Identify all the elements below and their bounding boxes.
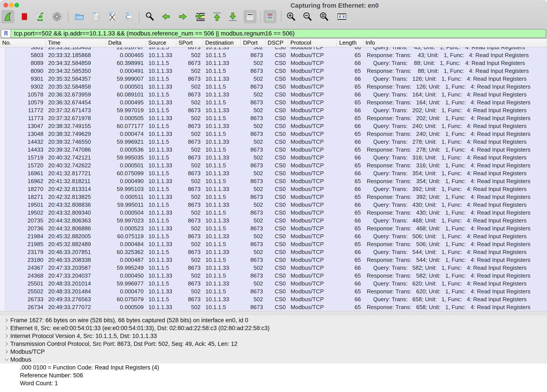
- packet-row[interactable]: 2550220:48:33.2014840.00047010.1.1.33502…: [0, 287, 547, 295]
- packet-row[interactable]: 2073520:44:32.80636359.99702310.1.1.5867…: [0, 217, 547, 225]
- column-header-no[interactable]: No.: [0, 39, 46, 47]
- packet-row[interactable]: 930220:35:32.5848580.00050110.1.1.335021…: [0, 83, 547, 91]
- detail-row[interactable]: Ethernet II, Src: ee:e0:00:54:01:33 (ee:…: [0, 324, 547, 332]
- packet-row[interactable]: 1177220:37:32.67147359.99701910.1.1.5867…: [0, 106, 547, 114]
- packet-cell-source: 10.1.1.5: [146, 232, 176, 240]
- detail-row[interactable]: Modbus: [0, 356, 547, 364]
- packet-row[interactable]: 1177320:37:32.6719780.00050510.1.1.33502…: [0, 114, 547, 122]
- chevron-right-icon[interactable]: [3, 326, 10, 330]
- packet-cell-info: Query: Trans: 658; Unit: 1, Func: 4: Rea…: [363, 295, 547, 303]
- column-header-dscp[interactable]: DSCP: [265, 39, 288, 47]
- reload-file-button[interactable]: 01110: [123, 10, 135, 23]
- chevron-right-icon[interactable]: [3, 350, 10, 354]
- packet-row[interactable]: 1571920:40:32.74212159.99503510.1.1.5867…: [0, 153, 547, 161]
- packet-row[interactable]: 2198420:45:32.88200560.07511910.1.1.5867…: [0, 232, 547, 240]
- column-header-delta[interactable]: Delta: [106, 39, 146, 47]
- packet-cell-dscp: CS0: [265, 287, 288, 295]
- packet-row[interactable]: 1950220:43:32.8093400.00050410.1.1.33502…: [0, 209, 547, 217]
- column-header-source[interactable]: Source: [146, 39, 176, 47]
- display-filter-field[interactable]: tcp.port==502 && ip.addr==10.1.1.33 && (…: [1, 29, 546, 38]
- zoom-out-button[interactable]: [301, 10, 314, 23]
- packet-row[interactable]: 580320:33:32.1858680.00046510.1.1.335021…: [0, 51, 547, 59]
- packet-row[interactable]: 809020:34:32.5853500.00049110.1.1.335021…: [0, 67, 547, 75]
- go-forward-button[interactable]: [177, 10, 189, 23]
- column-header-length[interactable]: Length: [337, 39, 363, 47]
- zoom-reset-button[interactable]: [317, 10, 330, 23]
- save-file-button[interactable]: 01010 01101 01110: [89, 10, 102, 23]
- zoom-in-button[interactable]: [284, 10, 297, 23]
- chevron-right-icon[interactable]: [3, 334, 10, 338]
- detail-row[interactable]: Reference Number: 506: [0, 372, 547, 379]
- packet-row[interactable]: 1572020:40:32.7426220.00050110.1.1.33502…: [0, 161, 547, 169]
- packet-row[interactable]: 1950120:43:32.80883659.99501110.1.1.5867…: [0, 201, 547, 209]
- packet-list[interactable]: 580120:33:32.18540322.01876710.1.1.58673…: [0, 47, 547, 311]
- column-header-info[interactable]: Info: [363, 39, 547, 47]
- packet-row[interactable]: 2198520:45:32.8824890.00048410.1.1.33502…: [0, 240, 547, 248]
- find-packet-button[interactable]: [144, 10, 156, 23]
- go-to-packet-button[interactable]: [194, 10, 206, 23]
- packet-row[interactable]: 1304820:38:32.7496290.00047410.1.1.33502…: [0, 130, 547, 138]
- toolbar-separator: [260, 11, 261, 22]
- packet-row[interactable]: 1443320:39:32.7470860.00053610.1.1.33502…: [0, 146, 547, 153]
- detail-row[interactable]: Frame 1627: 66 bytes on wire (528 bits),…: [0, 316, 547, 324]
- packet-row[interactable]: 2317920:46:33.20785160.32536210.1.1.5867…: [0, 248, 547, 256]
- colorize-button[interactable]: [264, 10, 276, 23]
- packet-row[interactable]: 1696120:41:32.81772160.07509910.1.1.5867…: [0, 169, 547, 177]
- packet-row[interactable]: 1057920:36:32.6744540.00049510.1.1.33502…: [0, 99, 547, 106]
- restart-capture-button[interactable]: [34, 10, 47, 23]
- pane-splitter[interactable]: [0, 311, 547, 315]
- open-file-button[interactable]: [73, 10, 86, 23]
- packet-cell-time: 20:44:32.806363: [46, 217, 106, 225]
- column-header-destination[interactable]: Destination: [203, 39, 241, 47]
- packet-cell-no: 19502: [0, 209, 46, 217]
- packet-row[interactable]: 1696220:41:32.8182110.00049010.1.1.33502…: [0, 177, 547, 185]
- detail-row-label: Frame 1627: 66 bytes on wire (528 bits),…: [10, 317, 248, 324]
- close-button[interactable]: [4, 3, 8, 7]
- detail-row[interactable]: Modbus/TCP: [0, 348, 547, 356]
- detail-row-label: Ethernet II, Src: ee:e0:00:54:01:33 (ee:…: [10, 325, 270, 332]
- packet-row[interactable]: 1443220:39:32.74655059.99692110.1.1.5867…: [0, 138, 547, 146]
- packet-cell-dscp: CS0: [265, 75, 288, 83]
- stop-capture-button[interactable]: [18, 10, 31, 23]
- packet-row[interactable]: 1304720:38:32.74915560.07717710.1.1.5867…: [0, 122, 547, 130]
- column-header-sport[interactable]: SPort: [176, 39, 203, 47]
- chevron-right-icon[interactable]: [3, 342, 10, 346]
- go-to-bottom-button[interactable]: [226, 10, 239, 23]
- packet-row[interactable]: 1827020:42:32.81331459.99510310.1.1.5867…: [0, 185, 547, 193]
- minimize-button[interactable]: [9, 3, 14, 7]
- chevron-right-icon[interactable]: [3, 318, 10, 322]
- detail-row[interactable]: Word Count: 1: [0, 379, 547, 387]
- close-file-button[interactable]: [106, 10, 119, 23]
- packet-row[interactable]: 1827120:42:32.8138250.00051110.1.1.33502…: [0, 193, 547, 201]
- packet-row[interactable]: 2318020:46:33.2083380.00048710.1.1.33502…: [0, 256, 547, 264]
- auto-scroll-button[interactable]: [244, 10, 256, 23]
- start-capture-button[interactable]: [1, 10, 14, 23]
- detail-row[interactable]: .000 0100 = Function Code: Read Input Re…: [0, 364, 547, 372]
- packet-row[interactable]: 1057820:36:32.67395960.08910110.1.1.5867…: [0, 91, 547, 99]
- display-filter-input[interactable]: tcp.port==502 && ip.addr==10.1.1.33 && (…: [14, 30, 295, 37]
- chevron-down-icon[interactable]: [3, 358, 10, 362]
- packet-cell-destination: 10.1.1.33: [203, 295, 241, 303]
- packet-row[interactable]: 2673320:49:33.27656360.07507910.1.1.5867…: [0, 295, 547, 303]
- filter-bookmark-button[interactable]: [1, 30, 11, 37]
- packet-row[interactable]: 580120:33:32.18540322.01876710.1.1.58673…: [0, 47, 547, 51]
- packet-row[interactable]: 2436720:47:33.20358759.99524910.1.1.5867…: [0, 264, 547, 272]
- packet-row[interactable]: 2073620:44:32.8068860.00052310.1.1.33502…: [0, 225, 547, 232]
- go-to-top-button[interactable]: [211, 10, 223, 23]
- packet-cell-source: 10.1.1.33: [146, 99, 176, 106]
- packet-row[interactable]: 2550120:48:33.20101459.99697710.1.1.5867…: [0, 279, 547, 287]
- capture-options-button[interactable]: [51, 10, 63, 23]
- resize-columns-button[interactable]: [335, 10, 348, 23]
- column-header-time[interactable]: Time: [46, 39, 106, 47]
- packet-row[interactable]: 808920:34:32.58485960.39899110.1.1.58673…: [0, 59, 547, 67]
- column-header-dport[interactable]: DPort: [241, 39, 265, 47]
- column-header-protocol[interactable]: Protocol: [288, 39, 337, 47]
- packet-cell-info: Response: Trans: 468; Unit: 1, Func: 4: …: [363, 225, 547, 232]
- detail-row[interactable]: Transmission Control Protocol, Src Port:…: [0, 340, 547, 348]
- packet-row[interactable]: 2673420:49:33.2770720.00050910.1.1.33502…: [0, 303, 547, 311]
- packet-row[interactable]: 2436820:47:33.2040370.00045010.1.1.33502…: [0, 272, 547, 279]
- go-back-button[interactable]: [160, 10, 172, 23]
- zoom-button[interactable]: [14, 3, 19, 7]
- detail-row[interactable]: Internet Protocol Version 4, Src: 10.1.1…: [0, 332, 547, 340]
- packet-row[interactable]: 930120:35:32.58435759.99900710.1.1.58673…: [0, 75, 547, 83]
